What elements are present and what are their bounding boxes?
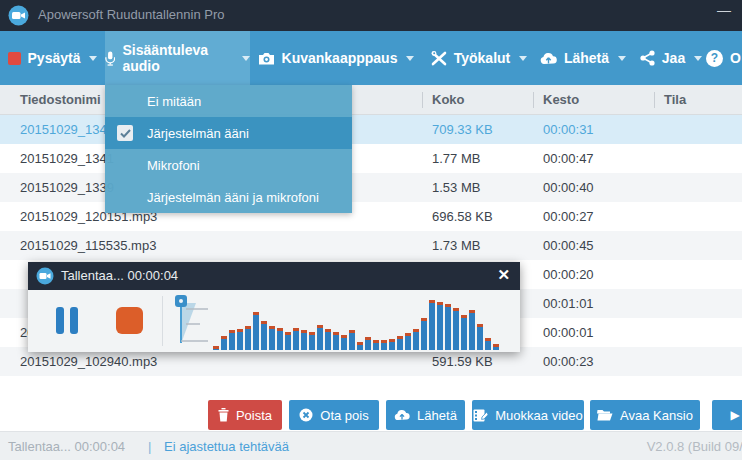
remove-button[interactable]: Ota pois bbox=[289, 400, 379, 430]
waveform-bar bbox=[421, 318, 427, 350]
cell-name: 20151029_1341 bbox=[20, 151, 114, 166]
cell-duration: 00:00:20 bbox=[543, 267, 594, 282]
audio-input-label: Sisääntuleva audio bbox=[122, 42, 233, 74]
menu-item-system-sound[interactable]: Järjestelmän ääni bbox=[105, 117, 352, 149]
chevron-down-icon bbox=[694, 56, 702, 61]
waveform-bar bbox=[221, 336, 227, 350]
cell-size: 1.73 MB bbox=[432, 238, 480, 253]
tools-icon bbox=[431, 51, 447, 66]
pause-button[interactable] bbox=[56, 307, 78, 334]
upload-button[interactable]: Lähetä bbox=[533, 31, 633, 85]
table-row[interactable]: 20151029_115535.mp31.73 MB00:00:45 bbox=[0, 231, 742, 260]
stop-button[interactable] bbox=[116, 307, 143, 334]
chevron-down-icon bbox=[618, 56, 626, 61]
chevron-down-icon bbox=[89, 56, 97, 61]
audio-input-button[interactable]: Sisääntuleva audio bbox=[105, 31, 250, 85]
scheduled-task-link[interactable]: Ei ajastettua tehtävää bbox=[164, 439, 289, 454]
waveform-bar bbox=[469, 310, 475, 350]
waveform-bar bbox=[309, 332, 315, 350]
checkbox-checked-icon bbox=[117, 125, 133, 141]
stop-recording-button[interactable]: Pysäytä bbox=[0, 31, 105, 85]
screenshot-button[interactable]: Kuvankaapppaus bbox=[250, 31, 422, 85]
help-icon: ? bbox=[706, 50, 723, 67]
cell-duration: 00:00:27 bbox=[543, 209, 594, 224]
cell-name: 20151029_115535.mp3 bbox=[20, 238, 156, 253]
waveform-bar bbox=[485, 338, 491, 350]
play-button[interactable]: ▶ bbox=[712, 400, 742, 430]
cell-size: 591.59 KB bbox=[432, 354, 493, 369]
waveform-bar bbox=[245, 326, 251, 350]
volume-slider[interactable] bbox=[172, 293, 214, 349]
menu-item-label: Mikrofoni bbox=[147, 158, 200, 173]
waveform-bar bbox=[357, 342, 363, 350]
trash-icon bbox=[218, 408, 229, 422]
waveform-bar bbox=[333, 332, 339, 350]
cloud-upload-icon bbox=[540, 52, 557, 65]
waveform-bar bbox=[253, 312, 259, 350]
column-header-size[interactable]: Koko bbox=[432, 92, 465, 107]
recorder-title-bar[interactable]: Tallentaa... 00:00:04 ✕ bbox=[28, 262, 520, 290]
edit-video-button[interactable]: Muokkaa video bbox=[472, 400, 584, 430]
waveform-bar bbox=[285, 332, 291, 350]
recorder-logo-icon bbox=[36, 267, 54, 285]
menu-item-label: Ei mitään bbox=[147, 94, 201, 109]
app-logo-icon bbox=[8, 5, 29, 26]
cell-duration: 00:00:45 bbox=[543, 238, 594, 253]
edit-video-icon bbox=[473, 409, 488, 422]
main-toolbar: Pysäytä Sisääntuleva audio Kuvankaapppau… bbox=[0, 31, 742, 85]
column-header-status[interactable]: Tila bbox=[664, 92, 686, 107]
waveform-bar bbox=[365, 337, 371, 350]
open-folder-button[interactable]: Avaa Kansio bbox=[590, 400, 700, 430]
waveform-bar bbox=[461, 315, 467, 350]
play-icon: ▶ bbox=[730, 408, 739, 422]
help-label: O bbox=[730, 50, 741, 66]
version-text: V2.0.8 (Build 09/1 bbox=[647, 439, 742, 454]
chevron-down-icon bbox=[406, 56, 414, 61]
menu-item-label: Järjestelmän ääni ja mikrofoni bbox=[147, 190, 319, 205]
column-header-filename[interactable]: Tiedostonimi bbox=[20, 92, 101, 107]
cell-name: 20151029_1343 bbox=[20, 122, 114, 137]
share-button[interactable]: Jaa bbox=[636, 31, 706, 85]
audio-input-menu: Ei mitään Järjestelmän ääni Mikrofoni Jä… bbox=[105, 85, 352, 213]
delete-button[interactable]: Poista bbox=[208, 400, 282, 430]
footer-actions: Poista Ota pois Lähetä Muokka bbox=[0, 400, 742, 431]
delete-label: Poista bbox=[236, 408, 272, 423]
stop-icon bbox=[8, 52, 21, 65]
cell-name: 20151029_1339 bbox=[20, 180, 114, 195]
waveform-bar bbox=[373, 340, 379, 350]
column-header-duration[interactable]: Kesto bbox=[543, 92, 579, 107]
waveform-bar bbox=[437, 302, 443, 350]
waveform-bar bbox=[453, 308, 459, 350]
waveform-bar bbox=[301, 330, 307, 350]
waveform-bar bbox=[413, 329, 419, 350]
status-recording-text: Tallentaa... 00:00:04 bbox=[8, 439, 125, 454]
help-button[interactable]: ? O bbox=[706, 31, 742, 85]
menu-item-system-and-mic[interactable]: Järjestelmän ääni ja mikrofoni bbox=[105, 181, 352, 213]
divider bbox=[162, 296, 163, 346]
minimize-button[interactable]: — bbox=[717, 2, 742, 18]
chevron-down-icon bbox=[519, 56, 527, 61]
remove-circle-icon bbox=[299, 408, 313, 422]
waveform-bar bbox=[213, 346, 219, 350]
close-icon[interactable]: ✕ bbox=[497, 266, 510, 284]
recording-overlay: Tallentaa... 00:00:04 ✕ bbox=[28, 262, 520, 352]
status-bar: Tallentaa... 00:00:04 | Ei ajastettua te… bbox=[0, 431, 742, 460]
waveform-bar bbox=[445, 304, 451, 350]
cell-name: 20151029_102940.mp3 bbox=[20, 354, 157, 369]
waveform-bar bbox=[293, 328, 299, 350]
waveform-bar bbox=[429, 300, 435, 350]
window-title: Apowersoft Ruuduntallennin Pro bbox=[38, 7, 224, 22]
waveform-bar bbox=[261, 321, 267, 350]
menu-item-label: Järjestelmän ääni bbox=[147, 126, 249, 141]
waveform-bar bbox=[381, 340, 387, 350]
menu-item-microphone[interactable]: Mikrofoni bbox=[105, 149, 352, 181]
upload-label: Lähetä bbox=[564, 50, 609, 66]
upload-file-button[interactable]: Lähetä bbox=[386, 400, 465, 430]
tools-button[interactable]: Työkalut bbox=[425, 31, 533, 85]
waveform-bar bbox=[237, 329, 243, 350]
column-divider bbox=[533, 92, 534, 108]
menu-item-no-audio[interactable]: Ei mitään bbox=[105, 85, 352, 117]
cell-size: 1.53 MB bbox=[432, 180, 480, 195]
waveform-bar bbox=[229, 330, 235, 350]
microphone-icon bbox=[105, 50, 115, 67]
